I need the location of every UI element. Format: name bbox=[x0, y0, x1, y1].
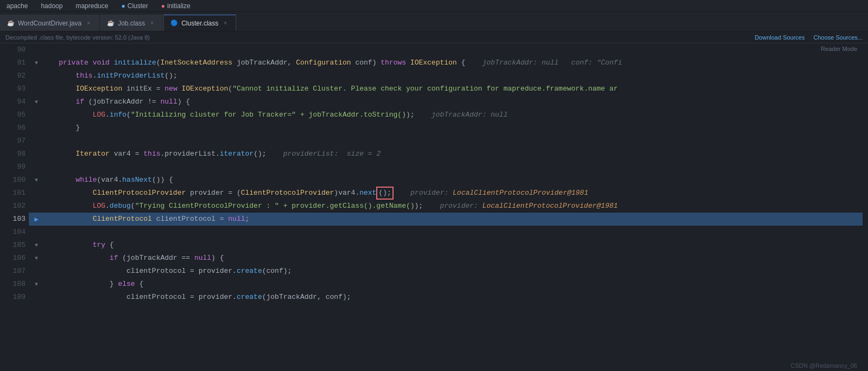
line-num-103: 103 bbox=[4, 213, 26, 226]
scrollbar-gutter[interactable] bbox=[863, 43, 868, 371]
tab-job-label: Job.class bbox=[118, 20, 145, 27]
fold-105[interactable]: ▼ bbox=[35, 242, 38, 248]
line-num-94: 94 bbox=[4, 95, 26, 108]
left-gutter bbox=[0, 43, 4, 371]
code-container: 90 91 92 93 94 95 96 97 98 99 100 101 10… bbox=[0, 43, 868, 371]
tab-java-icon: ☕ bbox=[7, 20, 15, 27]
nav-initialize[interactable]: ● initialize bbox=[159, 1, 193, 11]
code-line-108: ▼ } else { bbox=[29, 278, 863, 291]
tab-wordcount-label: WordCountDriver.java bbox=[18, 20, 81, 27]
line-num-96: 96 bbox=[4, 121, 26, 135]
code-line-99 bbox=[29, 161, 863, 174]
nav-cluster[interactable]: ● Cluster bbox=[119, 1, 150, 11]
info-bar: Decompiled .class file, bytecode version… bbox=[0, 31, 868, 43]
fold-106[interactable]: ▼ bbox=[35, 255, 38, 261]
line-num-105: 105 bbox=[4, 239, 26, 252]
line-num-95: 95 bbox=[4, 108, 26, 121]
line-num-100: 100 bbox=[4, 174, 26, 187]
code-line-91: ▼ private void initialize(InetSocketAddr… bbox=[29, 56, 863, 69]
line-num-102: 102 bbox=[4, 200, 26, 213]
nav-apache[interactable]: apache bbox=[4, 1, 30, 11]
line-num-106: 106 bbox=[4, 252, 26, 265]
code-line-104 bbox=[29, 226, 863, 239]
code-line-109: clientProtocol = provider.create(jobTrac… bbox=[29, 291, 863, 304]
line-num-97: 97 bbox=[4, 135, 26, 148]
info-bar-actions: Download Sources Choose Sources... bbox=[755, 34, 863, 41]
tab-wordcount-close[interactable]: × bbox=[85, 20, 92, 27]
fold-100[interactable]: ▼ bbox=[35, 177, 38, 183]
fold-108[interactable]: ▼ bbox=[35, 282, 38, 287]
code-line-93: IOException initEx = new IOException("Ca… bbox=[29, 82, 863, 95]
nav-mapreduce[interactable]: mapreduce bbox=[73, 1, 110, 11]
line-num-104: 104 bbox=[4, 226, 26, 239]
download-sources-button[interactable]: Download Sources bbox=[755, 34, 804, 41]
line-num-90: 90 bbox=[4, 43, 26, 56]
code-line-100: ▼ while(var4.hasNext()) { bbox=[29, 174, 863, 187]
tab-job-icon: ☕ bbox=[107, 20, 115, 27]
tab-job[interactable]: ☕ Job.class × bbox=[100, 15, 163, 31]
line-num-92: 92 bbox=[4, 69, 26, 82]
code-line-97 bbox=[29, 135, 863, 148]
line-numbers: 90 91 92 93 94 95 96 97 98 99 100 101 10… bbox=[4, 43, 29, 371]
line-num-108: 108 bbox=[4, 278, 26, 291]
top-nav: apache hadoop mapreduce ● Cluster ● init… bbox=[0, 0, 868, 12]
fold-91[interactable]: ▼ bbox=[35, 60, 38, 66]
code-line-101: ClientProtocolProvider provider = (Clien… bbox=[29, 187, 863, 200]
code-line-95: LOG.info("Initializing cluster for Job T… bbox=[29, 108, 863, 121]
code-line-94: ▼ if (jobTrackAddr != null) { bbox=[29, 95, 863, 108]
code-line-90 bbox=[29, 43, 863, 56]
code-lines: ▼ private void initialize(InetSocketAddr… bbox=[29, 43, 863, 304]
tab-cluster-close[interactable]: × bbox=[221, 20, 229, 27]
line-num-101: 101 bbox=[4, 187, 26, 200]
info-bar-text: Decompiled .class file, bytecode version… bbox=[5, 34, 150, 41]
tab-wordcount[interactable]: ☕ WordCountDriver.java × bbox=[0, 15, 99, 31]
nav-hadoop[interactable]: hadoop bbox=[39, 1, 65, 11]
line-num-109: 109 bbox=[4, 291, 26, 304]
line-num-107: 107 bbox=[4, 265, 26, 278]
code-line-102: LOG.debug("Trying ClientProtocolProvider… bbox=[29, 200, 863, 213]
tab-cluster[interactable]: 🔵 Cluster.class × bbox=[163, 15, 236, 31]
tab-job-close[interactable]: × bbox=[148, 20, 156, 27]
code-line-106: ▼ if (jobTrackAddr == null) { bbox=[29, 252, 863, 265]
code-line-105: ▼ try { bbox=[29, 239, 863, 252]
watermark: CSDN @Redamancy_06 bbox=[791, 362, 857, 369]
line-num-98: 98 bbox=[4, 148, 26, 161]
line-num-91: 91 bbox=[4, 56, 26, 69]
code-line-98: Iterator var4 = this.providerList.iterat… bbox=[29, 148, 863, 161]
code-line-107: clientProtocol = provider.create(conf); bbox=[29, 265, 863, 278]
code-line-92: this.initProviderList(); bbox=[29, 69, 863, 82]
line-num-93: 93 bbox=[4, 82, 26, 95]
code-line-103: ▶ ClientProtocol clientProtocol = null; bbox=[29, 213, 863, 226]
tab-cluster-icon: 🔵 bbox=[170, 20, 178, 27]
tab-bar: ☕ WordCountDriver.java × ☕ Job.class × 🔵… bbox=[0, 12, 868, 31]
code-line-96: } bbox=[29, 121, 863, 135]
choose-sources-button[interactable]: Choose Sources... bbox=[814, 34, 863, 41]
line-num-99: 99 bbox=[4, 161, 26, 174]
fold-94[interactable]: ▼ bbox=[35, 99, 38, 105]
tab-cluster-label: Cluster.class bbox=[181, 20, 218, 27]
code-area[interactable]: Reader Mode ▼ private void initialize(In… bbox=[29, 43, 863, 371]
